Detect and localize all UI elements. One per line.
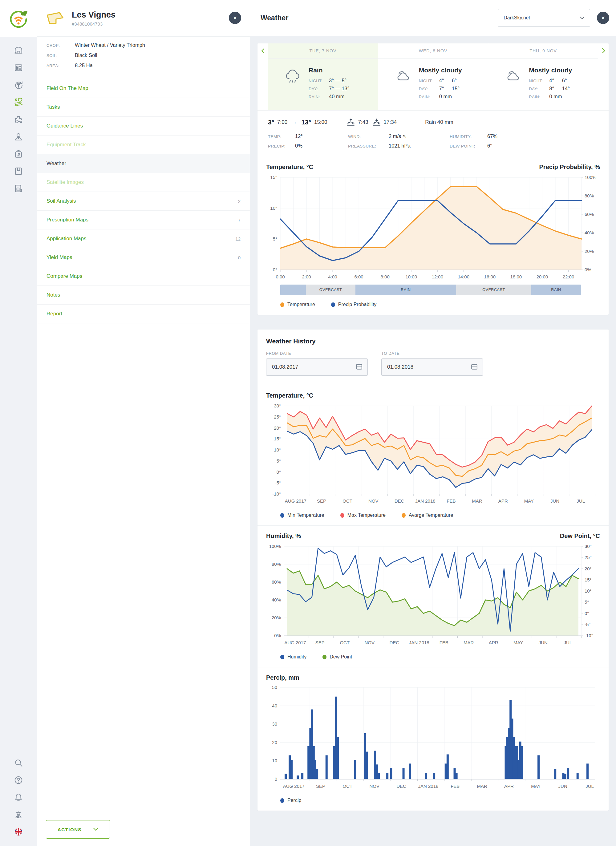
menu-item-notes[interactable]: Notes: [37, 286, 250, 305]
svg-text:14:00: 14:00: [458, 274, 470, 279]
svg-text:25°: 25°: [274, 414, 281, 420]
menu-item-report[interactable]: Report: [37, 305, 250, 323]
svg-text:OCT: OCT: [340, 640, 350, 645]
help-icon[interactable]: [10, 771, 27, 789]
menu-item-weather[interactable]: Weather: [37, 154, 250, 173]
humidity-dewpoint-chart: 0%20%40%60%80%100%-10°-5°0°5°10°15°20°25…: [266, 543, 601, 646]
svg-text:JUN: JUN: [559, 783, 567, 789]
field-info: CROP:Winter Wheat / Variety Triomph SOIL…: [37, 37, 250, 79]
calendar-icon[interactable]: [356, 363, 363, 371]
svg-text:OCT: OCT: [343, 498, 352, 504]
current-conditions: 3° 7:00 → 13° 15:00 7:43 17:34: [257, 110, 609, 157]
forecast-day-thu[interactable]: THU, 9 NOV Mostly cloudy NIGHT:4° — 6° D…: [488, 43, 598, 110]
menu-item-tasks[interactable]: Tasks: [37, 98, 250, 117]
svg-text:MAR: MAR: [472, 498, 482, 504]
soil-value: Black Soil: [75, 52, 97, 58]
from-date-label: FROM DATE: [266, 351, 368, 356]
crop-value: Winter Wheat / Variety Triomph: [75, 42, 145, 48]
to-date-field[interactable]: [381, 358, 483, 376]
nav-equipment-icon[interactable]: [10, 111, 27, 128]
nav-knowledge-base-icon[interactable]: [10, 163, 27, 180]
svg-text:SEP: SEP: [316, 783, 325, 789]
svg-text:NOV: NOV: [365, 640, 375, 645]
svg-text:10: 10: [272, 758, 277, 763]
condition-band-rain: [280, 285, 306, 295]
agronomist-icon[interactable]: [10, 806, 27, 823]
forecast-card: TUE, 7 NOV Rain NIGHT:3° — 5° DAY:7° — 1…: [257, 43, 609, 315]
nav-field-journal-icon[interactable]: [10, 59, 27, 76]
svg-text:APR: APR: [489, 640, 498, 645]
field-id: #34881004793: [72, 21, 116, 26]
svg-text:JUN: JUN: [539, 640, 548, 645]
svg-text:5°: 5°: [585, 599, 589, 605]
humidity-history-section: Humidity, % Dew Point, °C 0%20%40%60%80%…: [257, 526, 609, 667]
svg-text:NOV: NOV: [369, 783, 379, 789]
svg-text:15°: 15°: [270, 175, 277, 180]
svg-text:SEP: SEP: [317, 498, 326, 504]
menu-item-guidance-lines[interactable]: Guidance Lines: [37, 117, 250, 135]
menu-item-compare-maps[interactable]: Compare Maps: [37, 267, 250, 286]
temp-from: 3°: [268, 119, 274, 126]
legend-dot-icon: [322, 655, 326, 659]
svg-text:20%: 20%: [272, 615, 281, 620]
menu-item-soil-analysis[interactable]: Soil Analysis2: [37, 192, 250, 211]
svg-text:20: 20: [272, 740, 277, 745]
app-logo[interactable]: [0, 0, 37, 37]
nav-farm-icon[interactable]: [10, 42, 27, 59]
svg-text:8:00: 8:00: [381, 274, 390, 279]
from-date-field[interactable]: [266, 358, 368, 376]
svg-text:15°: 15°: [274, 436, 281, 441]
soil-label: SOIL:: [47, 53, 75, 58]
svg-text:10:00: 10:00: [405, 274, 417, 279]
actions-button[interactable]: ACTIONS: [46, 820, 110, 839]
time-to: 15:00: [314, 119, 328, 125]
svg-text:0°: 0°: [276, 469, 281, 474]
mostly-cloudy-icon: [395, 67, 412, 84]
app-icon-rail: [0, 0, 37, 846]
from-date-input[interactable]: [271, 364, 334, 370]
forecast-day-wed[interactable]: WED, 8 NOV Mostly cloudy NIGHT:4° — 6° D…: [378, 43, 488, 110]
nav-crop-rotation-icon[interactable]: [10, 76, 27, 94]
language-flag-icon[interactable]: [10, 823, 27, 840]
menu-item-prescription-maps[interactable]: Prescription Maps7: [37, 211, 250, 229]
nav-inventory-icon[interactable]: [10, 145, 27, 163]
svg-text:JAN 2018: JAN 2018: [418, 783, 438, 789]
svg-text:20:00: 20:00: [537, 274, 548, 279]
forecast-prev-button[interactable]: [257, 43, 268, 58]
nav-employees-icon[interactable]: [10, 128, 27, 145]
svg-text:-5°: -5°: [275, 480, 281, 485]
daily-temp-precip-chart: 0°5°10°15°0%20%40%60%80%100%0:002:004:00…: [266, 174, 601, 280]
calendar-icon[interactable]: [471, 363, 478, 371]
field-name: Les Vignes: [72, 10, 116, 20]
legend-dot-icon: [280, 513, 284, 518]
svg-text:JUL: JUL: [564, 640, 572, 645]
svg-text:JUN: JUN: [550, 498, 559, 504]
forecast-day-tue[interactable]: TUE, 7 NOV Rain NIGHT:3° — 5° DAY:7° — 1…: [268, 43, 378, 110]
sunrise-time: 7:43: [358, 119, 368, 125]
condition-band-overcast: OVERCAST: [456, 285, 531, 295]
nav-reports-icon[interactable]: [10, 180, 27, 197]
weather-source-select[interactable]: DarkSky.net: [498, 9, 590, 27]
to-date-input[interactable]: [387, 364, 449, 370]
menu-item-satellite-images[interactable]: Satellite Images: [37, 173, 250, 192]
svg-text:0%: 0%: [274, 633, 281, 638]
nav-fields-icon[interactable]: [10, 94, 27, 111]
weather-close-button[interactable]: ✕: [597, 12, 609, 24]
svg-text:2:00: 2:00: [302, 274, 311, 279]
forecast-next-button[interactable]: [598, 43, 609, 58]
search-icon[interactable]: [10, 754, 27, 771]
menu-item-application-maps[interactable]: Application Maps12: [37, 229, 250, 248]
menu-item-field-on-the-map[interactable]: Field On The Map: [37, 79, 250, 98]
chevron-down-icon: [580, 17, 584, 19]
svg-text:MAY: MAY: [524, 498, 534, 504]
sunset-icon: [373, 119, 381, 126]
close-icon: ✕: [233, 15, 237, 21]
svg-text:20°: 20°: [274, 425, 281, 430]
notifications-bell-icon[interactable]: [10, 789, 27, 806]
menu-item-equipment-track[interactable]: Equipment Track: [37, 135, 250, 154]
field-panel-close-button[interactable]: ✕: [229, 12, 241, 24]
svg-text:JAN 2018: JAN 2018: [415, 498, 435, 504]
svg-text:NOV: NOV: [368, 498, 379, 504]
field-panel-header: Les Vignes #34881004793 ✕: [37, 0, 250, 37]
menu-item-yield-maps[interactable]: Yield Maps0: [37, 248, 250, 267]
